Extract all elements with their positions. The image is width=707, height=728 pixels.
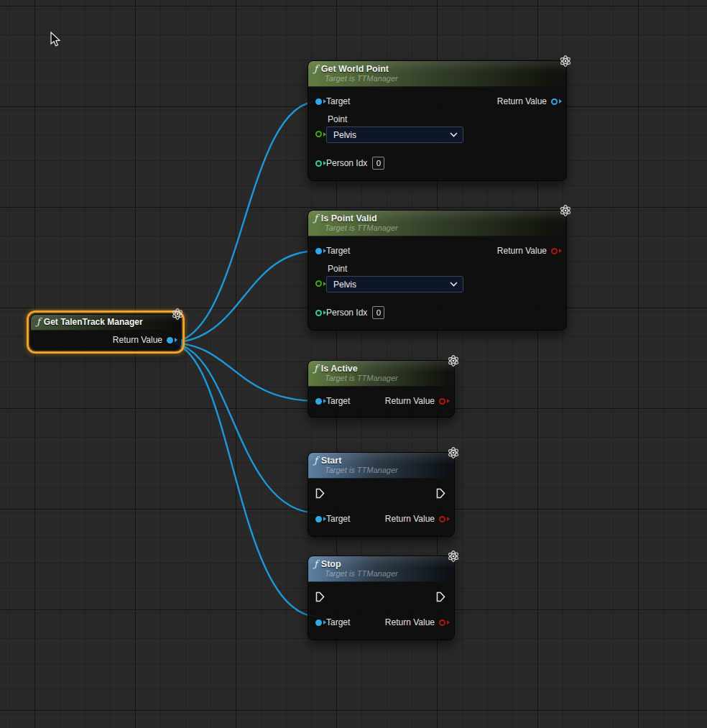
- exec-out-pin[interactable]: [436, 591, 445, 602]
- node-header[interactable]: ƒ Is Active Target is TTManager: [308, 361, 454, 387]
- node-subtitle: Target is TTManager: [325, 224, 560, 232]
- chevron-down-icon: [450, 282, 458, 287]
- reflection-sphere-icon: [447, 446, 460, 459]
- pin-label: Return Value: [385, 396, 435, 406]
- wire[interactable]: [169, 101, 318, 343]
- node-header[interactable]: ƒ Get World Point Target is TTManager: [308, 61, 566, 87]
- point-dropdown[interactable]: Pelvis: [326, 126, 463, 143]
- return-value-pin[interactable]: [439, 619, 445, 626]
- dropdown-value: Pelvis: [333, 130, 356, 140]
- pin-label: Target: [326, 396, 350, 406]
- function-icon: ƒ: [314, 559, 318, 568]
- exec-in-pin[interactable]: [315, 488, 325, 499]
- target-pin[interactable]: [315, 398, 322, 405]
- target-pin[interactable]: [315, 98, 322, 105]
- node-is-active[interactable]: ƒ Is Active Target is TTManager Target R…: [308, 360, 455, 418]
- node-subtitle: Target is TTManager: [325, 569, 448, 578]
- person-idx-input[interactable]: 0: [372, 306, 384, 319]
- node-subtitle: Target is TTManager: [325, 466, 448, 474]
- node-start[interactable]: ƒ Start Target is TTManager Target: [308, 452, 455, 537]
- node-title: Start: [321, 456, 341, 466]
- exec-out-pin[interactable]: [436, 488, 445, 499]
- node-stop[interactable]: ƒ Stop Target is TTManager Target: [308, 556, 455, 640]
- person-idx-pin[interactable]: [315, 160, 322, 167]
- return-value-pin[interactable]: [551, 248, 558, 254]
- function-icon: ƒ: [314, 64, 318, 73]
- reflection-sphere-icon: [559, 55, 572, 68]
- person-idx-pin[interactable]: [315, 310, 322, 316]
- pin-label: Return Value: [497, 96, 547, 106]
- pin-label: Person Idx: [326, 158, 367, 168]
- node-get-world-point[interactable]: ƒ Get World Point Target is TTManager Ta…: [308, 60, 567, 181]
- node-title: Is Active: [321, 364, 358, 374]
- node-subtitle: Target is TTManager: [325, 74, 560, 83]
- pin-label: Return Value: [385, 514, 435, 524]
- node-title: Get TalenTrack Manager: [44, 317, 143, 327]
- pin-label: Return Value: [113, 335, 162, 345]
- reflection-sphere-icon: [559, 204, 572, 217]
- function-icon: ƒ: [314, 213, 318, 223]
- point-pin[interactable]: [315, 131, 322, 137]
- node-title: Get World Point: [321, 64, 389, 74]
- pin-label: Point: [328, 114, 463, 124]
- node-title: Stop: [321, 559, 341, 569]
- pin-label: Return Value: [385, 617, 435, 627]
- pin-label: Target: [326, 96, 350, 106]
- return-value-pin[interactable]: [439, 398, 445, 405]
- pin-label: Target: [326, 514, 350, 524]
- node-header[interactable]: ƒ Is Point Valid Target is TTManager: [308, 211, 566, 236]
- dropdown-value: Pelvis: [333, 280, 356, 290]
- reflection-sphere-icon: [447, 354, 460, 367]
- person-idx-input[interactable]: 0: [372, 157, 384, 170]
- function-icon: ƒ: [37, 317, 40, 326]
- target-pin[interactable]: [315, 516, 322, 522]
- reflection-sphere-icon: [171, 308, 184, 321]
- wire[interactable]: [169, 251, 318, 343]
- chevron-down-icon: [450, 132, 458, 137]
- wire[interactable]: [169, 343, 318, 617]
- pin-label: Target: [326, 617, 350, 627]
- node-header[interactable]: ƒ Get TalenTrack Manager: [31, 315, 180, 331]
- node-get-talentrack-manager[interactable]: ƒ Get TalenTrack Manager Return Value: [30, 314, 181, 350]
- return-value-pin[interactable]: [439, 516, 445, 522]
- node-header[interactable]: ƒ Start Target is TTManager: [308, 453, 454, 479]
- blueprint-graph-canvas[interactable]: ƒ Get World Point Target is TTManager Ta…: [0, 0, 707, 728]
- point-pin[interactable]: [315, 280, 322, 287]
- exec-in-pin[interactable]: [315, 591, 325, 602]
- return-value-pin[interactable]: [551, 98, 558, 105]
- pin-label: Point: [328, 264, 463, 274]
- node-title: Is Point Valid: [321, 213, 377, 224]
- reflection-sphere-icon: [447, 550, 460, 563]
- wire[interactable]: [169, 343, 318, 513]
- pin-label: Person Idx: [326, 308, 367, 318]
- pin-label: Return Value: [497, 246, 547, 256]
- node-is-point-valid[interactable]: ƒ Is Point Valid Target is TTManager Tar…: [308, 210, 567, 331]
- function-icon: ƒ: [314, 456, 318, 465]
- function-icon: ƒ: [314, 364, 318, 373]
- target-pin[interactable]: [315, 619, 322, 626]
- node-header[interactable]: ƒ Stop Target is TTManager: [308, 556, 454, 582]
- point-dropdown[interactable]: Pelvis: [326, 276, 463, 292]
- pin-label: Target: [326, 246, 350, 256]
- target-pin[interactable]: [315, 248, 322, 254]
- node-subtitle: Target is TTManager: [325, 374, 448, 382]
- return-value-pin[interactable]: [167, 337, 173, 344]
